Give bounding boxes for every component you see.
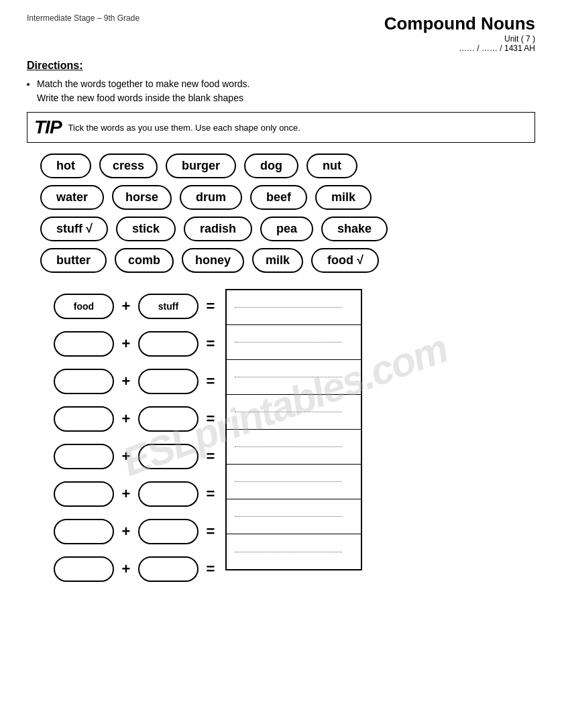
page-title: Compound Nouns <box>384 13 535 34</box>
equals-7: = <box>204 523 217 540</box>
pair-row-4: + = <box>54 402 217 436</box>
equals-1: = <box>204 298 217 315</box>
answer-box <box>225 289 362 570</box>
word-row-4: butter comb honey milk food √ <box>27 248 535 273</box>
equals-3: = <box>204 373 217 390</box>
equals-8: = <box>204 560 217 578</box>
tip-box: TIP Tick the words as you use them. Use … <box>27 112 535 143</box>
pair-row-2: + = <box>54 326 217 361</box>
pair-row-3: + = <box>54 364 217 399</box>
ex-left-8 <box>54 556 114 582</box>
answer-line-4[interactable] <box>227 395 361 430</box>
ex-left-4 <box>54 406 114 432</box>
equals-5: = <box>204 448 217 465</box>
answer-line-8[interactable] <box>227 534 361 569</box>
ex-right-6 <box>138 481 199 507</box>
pair-row-1: food + stuff = <box>54 289 217 324</box>
word-stuff: stuff √ <box>40 217 108 241</box>
plus-5: + <box>119 448 133 465</box>
word-pea: pea <box>260 217 313 241</box>
plus-7: + <box>119 523 133 540</box>
ex-right-3 <box>138 369 199 394</box>
header-left: Intermediate Stage – 9th Grade <box>27 13 139 23</box>
header-right: Compound Nouns Unit ( 7 ) …… / …… / 1431… <box>384 13 535 53</box>
equals-6: = <box>204 485 217 503</box>
ex-left-6 <box>54 481 114 507</box>
word-shake: shake <box>321 217 388 241</box>
pair-row-8: + = <box>54 552 217 587</box>
answer-line-6[interactable] <box>227 465 361 499</box>
dotted-4 <box>235 412 342 412</box>
exercise-section: food + stuff = + = + = + <box>27 289 535 587</box>
instructions-list: Match the words together to make new foo… <box>37 77 535 105</box>
pair-row-6: + = <box>54 477 217 511</box>
answer-line-1[interactable] <box>227 290 361 325</box>
word-nut: nut <box>306 154 357 178</box>
word-stick: stick <box>116 217 176 241</box>
answer-line-7[interactable] <box>227 499 361 534</box>
instruction-1: Match the words together to make new foo… <box>37 77 535 105</box>
plus-1: + <box>119 298 133 315</box>
ex-left-5 <box>54 444 114 469</box>
word-horse: horse <box>112 185 172 210</box>
dotted-5 <box>235 446 342 447</box>
answer-line-2[interactable] <box>227 325 361 360</box>
equals-2: = <box>204 335 217 353</box>
ex-left-2 <box>54 331 114 357</box>
ex-right-7 <box>138 519 199 544</box>
header: Intermediate Stage – 9th Grade Compound … <box>27 13 535 53</box>
dotted-1 <box>235 307 342 308</box>
equals-4: = <box>204 410 217 428</box>
date-label: …… / …… / 1431 AH <box>384 44 535 53</box>
plus-6: + <box>119 485 133 503</box>
word-burger: burger <box>166 154 236 178</box>
dotted-6 <box>235 481 342 482</box>
ex-left-7 <box>54 519 114 544</box>
word-butter: butter <box>40 248 107 273</box>
word-radish: radish <box>184 217 252 241</box>
word-water: water <box>40 185 104 210</box>
plus-3: + <box>119 373 133 390</box>
ex-left-1: food <box>54 294 114 319</box>
word-hot: hot <box>40 154 91 178</box>
word-row-3: stuff √ stick radish pea shake <box>27 217 535 241</box>
ex-right-8 <box>138 556 199 582</box>
dotted-3 <box>235 377 342 377</box>
grade-label: Intermediate Stage – 9th Grade <box>27 13 139 23</box>
words-section: hot cress burger dog nut water horse dru… <box>27 154 535 273</box>
word-honey: honey <box>182 248 244 273</box>
tip-content: Tick the words as you use them. Use each… <box>68 123 300 133</box>
answer-line-3[interactable] <box>227 360 361 395</box>
word-cress: cress <box>99 154 158 178</box>
word-milk-1: milk <box>315 185 372 210</box>
dotted-8 <box>235 552 342 552</box>
plus-2: + <box>119 335 133 353</box>
ex-right-4 <box>138 406 199 432</box>
word-drum: drum <box>180 185 242 210</box>
ex-right-2 <box>138 331 199 357</box>
pair-row-7: + = <box>54 514 217 549</box>
word-row-1: hot cress burger dog nut <box>27 154 535 178</box>
unit-label: Unit ( 7 ) <box>384 34 535 44</box>
dotted-2 <box>235 342 342 343</box>
tip-label-text: TIP <box>34 117 62 138</box>
word-food: food √ <box>311 248 379 273</box>
ex-left-3 <box>54 369 114 394</box>
word-row-2: water horse drum beef milk <box>27 185 535 210</box>
plus-4: + <box>119 410 133 428</box>
dotted-7 <box>235 516 342 517</box>
word-comb: comb <box>115 248 174 273</box>
answer-line-5[interactable] <box>227 430 361 465</box>
pair-row-5: + = <box>54 439 217 474</box>
directions-title: Directions: <box>27 60 535 72</box>
plus-8: + <box>119 560 133 578</box>
ex-right-5 <box>138 444 199 469</box>
word-dog: dog <box>244 154 298 178</box>
ex-right-1: stuff <box>138 294 199 319</box>
pairs-column: food + stuff = + = + = + <box>54 289 217 587</box>
word-milk-2: milk <box>252 248 303 273</box>
word-beef: beef <box>250 185 307 210</box>
